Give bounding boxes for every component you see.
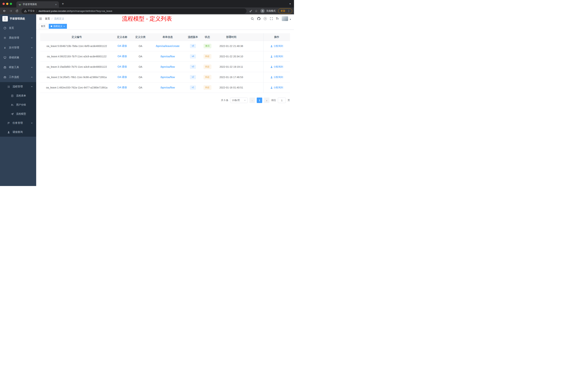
assign-rule-label: 分配规则 — [274, 44, 283, 48]
sidebar-item-infrastructure[interactable]: 基础设施 — [0, 53, 36, 62]
avatar-caret-icon[interactable]: ▼ — [289, 18, 291, 20]
breadcrumb-separator: / — [52, 17, 52, 20]
tag-close-icon[interactable]: × — [63, 25, 65, 27]
pagination-total: 共 5 条 — [221, 99, 228, 102]
github-icon[interactable] — [257, 17, 261, 20]
password-key-icon[interactable] — [248, 10, 253, 12]
person-icon — [270, 87, 273, 89]
url-bar[interactable]: 不安全 | dashboard.yudao.iocoder.cn/bpm/man… — [21, 8, 247, 14]
hamburger-icon[interactable] — [39, 17, 42, 20]
dashboard-icon — [3, 27, 6, 30]
reload-icon[interactable] — [14, 8, 20, 14]
table-row: oa_leave:3:1fad3d93-7b75-11ec-a3c8-acde4… — [40, 62, 290, 72]
version-badge: v1 — [190, 86, 196, 89]
new-tab-button[interactable]: + — [62, 2, 64, 6]
browser-update-button[interactable]: 更新 ⋮ — [278, 8, 292, 13]
version-badge: v3 — [190, 65, 196, 69]
sidebar-item-label: 流程表单 — [16, 94, 26, 97]
column-header: 定义编号 — [40, 33, 113, 41]
next-page-button[interactable]: › — [264, 98, 269, 103]
browser-menu-icon[interactable]: ⋮ — [286, 9, 292, 12]
assign-rule-link[interactable]: 分配规则 — [270, 86, 283, 89]
fullscreen-icon[interactable] — [270, 17, 273, 20]
avatar[interactable] — [282, 16, 288, 21]
jump-suffix: 页 — [288, 99, 290, 102]
assign-rule-link[interactable]: 分配规则 — [270, 44, 283, 48]
back-icon[interactable] — [2, 8, 7, 14]
tab-search-chevron-icon[interactable]: ▼ — [289, 3, 291, 5]
document-icon — [11, 94, 14, 97]
form-link[interactable]: /bpm/oa/leave/create — [156, 44, 180, 47]
not-secure-label: 不安全 — [28, 10, 35, 12]
chevron-up-icon — [31, 76, 33, 78]
site-security[interactable]: 不安全 — [24, 10, 35, 12]
sidebar-item-label: 任务管理 — [12, 121, 23, 125]
definition-name-link[interactable]: OA 请假 — [117, 76, 127, 79]
sidebar-item-process-management[interactable]: 流程管理 — [0, 82, 36, 91]
chevron-up-icon — [31, 86, 33, 88]
sidebar-item-home[interactable]: 首页 — [0, 23, 36, 33]
app-logo-row[interactable]: 芋道管理系统 — [0, 14, 36, 23]
favicon — [19, 3, 21, 6]
sidebar-item-process-form[interactable]: 流程表单 — [0, 91, 36, 100]
chevron-down-icon — [31, 57, 33, 58]
tag-home[interactable]: 首页 — [39, 24, 47, 29]
definition-name-link[interactable]: OA 请假 — [117, 44, 127, 48]
font-size-icon[interactable]: TT — [276, 17, 279, 20]
version-badge: v5 — [190, 44, 196, 48]
minimize-window-button[interactable] — [6, 3, 8, 5]
forward-icon[interactable] — [8, 8, 13, 14]
sidebar-item-system[interactable]: 系统管理 — [0, 33, 36, 43]
sidebar-item-workflow[interactable]: 工作流程 — [0, 72, 36, 82]
tab-close-icon[interactable]: × — [55, 3, 57, 6]
assign-rule-link[interactable]: 分配规则 — [270, 65, 283, 68]
table-row: oa_leave:5:004b710b-7b8a-11ec-8ef0-acde4… — [40, 41, 290, 51]
main-panel: 定义编号 定义名称 定义分类 表单信息 流程版本 状态 部署时间 操作 oa_l… — [36, 30, 294, 186]
maximize-window-button[interactable] — [10, 3, 12, 5]
sidebar-item-label: 用户分组 — [16, 103, 26, 107]
table-row: oa_leave:2:3c1f0ef1-76b1-11ec-9c66-a2380… — [40, 72, 290, 82]
sidebar-item-task-management[interactable]: 任务管理 — [0, 119, 36, 128]
column-header: 定义名称 — [113, 33, 131, 41]
definition-name-link[interactable]: OA 请假 — [117, 55, 127, 58]
search-icon[interactable] — [251, 17, 254, 20]
definition-name-link[interactable]: OA 请假 — [117, 65, 127, 68]
page-size-select[interactable]: 10条/页 ▼ — [230, 98, 248, 103]
chevron-down-icon — [31, 66, 33, 68]
page-annotation: 流程模型 - 定义列表 — [122, 15, 172, 22]
breadcrumb-home[interactable]: 首页 — [45, 17, 50, 20]
breadcrumb-current: 流程定义 — [54, 17, 64, 20]
cell-category: OA — [131, 72, 150, 82]
version-badge: v2 — [190, 75, 196, 79]
tag-process-definition[interactable]: 流程定义 × — [49, 24, 67, 29]
sidebar-item-process-model[interactable]: 流程模型 — [0, 109, 36, 119]
prev-page-button[interactable]: ‹ — [250, 98, 255, 103]
sidebar-item-label: 首页 — [9, 26, 14, 30]
form-link[interactable]: /bpm/oa/flow — [160, 55, 175, 58]
cell-deploy-time: 2022-01-16 01:40:51 — [214, 82, 248, 93]
column-header: 流程版本 — [185, 33, 200, 41]
sidebar-item-leave-query[interactable]: 请假查询 — [0, 128, 36, 137]
help-icon[interactable]: ? — [264, 17, 267, 20]
incognito-label: 无痕模式 — [266, 9, 276, 12]
sidebar-item-devtools[interactable]: 研发工具 — [0, 62, 36, 72]
sidebar-item-payment[interactable]: ¥ 支付管理 — [0, 43, 36, 53]
gear-icon — [3, 36, 6, 39]
definition-name-link[interactable]: OA 请假 — [117, 86, 127, 89]
bookmark-star-icon[interactable]: ☆ — [254, 9, 259, 13]
form-link[interactable]: /bpm/oa/flow — [160, 86, 175, 89]
url-text: dashboard.yudao.iocoder.cn/bpm/manager/d… — [39, 10, 112, 12]
tag-label: 首页 — [41, 25, 45, 28]
page-number-button[interactable]: 1 — [257, 98, 262, 103]
table-header-row: 定义编号 定义名称 定义分类 表单信息 流程版本 状态 部署时间 操作 — [40, 33, 290, 41]
close-window-button[interactable] — [2, 3, 5, 5]
breadcrumb: 首页 / 流程定义 — [45, 17, 64, 20]
cell-category: OA — [131, 41, 150, 51]
form-link[interactable]: /bpm/oa/flow — [160, 65, 175, 68]
form-link[interactable]: /bpm/oa/flow — [160, 76, 175, 79]
assign-rule-link[interactable]: 分配规则 — [270, 76, 283, 79]
sidebar-item-user-group[interactable]: 用户分组 — [0, 100, 36, 109]
assign-rule-link[interactable]: 分配规则 — [270, 55, 283, 58]
browser-tab[interactable]: 芋道管理系统 × — [16, 1, 59, 8]
jump-page-input[interactable] — [278, 98, 286, 103]
